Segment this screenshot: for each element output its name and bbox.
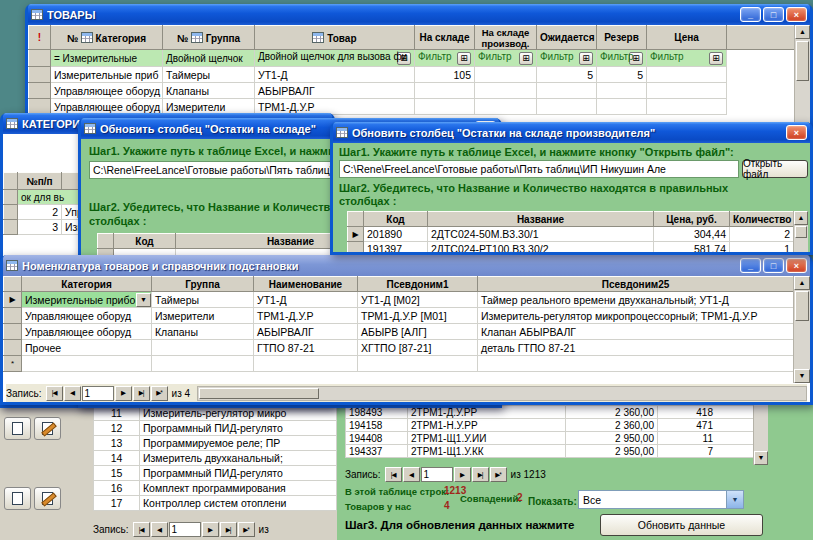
close-button[interactable]: × [786,7,807,22]
nomenclature-vertical-scrollbar[interactable]: ▲ ▼ [793,276,810,383]
group-cell[interactable]: Измерители [152,308,254,324]
alias25-cell[interactable] [478,356,794,372]
name-cell[interactable]: ГТПО 87-21 [254,340,358,356]
scroll-up-button[interactable]: ▲ [794,276,810,290]
price-cell[interactable]: 581,74 [654,242,730,253]
stock-cell[interactable] [415,99,475,115]
record-number-input[interactable]: 1 [82,386,114,401]
row-selector[interactable] [29,67,51,83]
qty-cell[interactable]: 2 [730,227,794,242]
name-cell[interactable]: АБЫРВАЛГ [254,324,358,340]
last-record-button[interactable]: ▶| [133,386,150,401]
alias1-cell[interactable]: УТ1-Д [М02] [358,292,478,308]
price-cell[interactable] [647,83,727,99]
row-selector-header[interactable] [4,277,22,292]
column-header-group[interactable]: № Группа [163,26,255,50]
last-record-button[interactable]: ▶| [220,522,237,537]
product-name-cell[interactable]: Комплект программирования [140,481,337,496]
name-cell[interactable]: УТ1-Д [254,292,358,308]
qty-cell[interactable]: 11 [658,432,754,445]
product-name-cell[interactable]: Измеритель двухканальный; [140,451,337,466]
scroll-up-button[interactable]: ▲ [794,211,808,225]
price-cell[interactable] [647,99,727,115]
new-form-button[interactable] [4,417,31,440]
reserve-cell[interactable]: 5 [597,67,647,83]
name-cell[interactable]: 2ДТС024-50М.В3.30/1 [428,227,654,242]
name-cell[interactable]: 2ТРМ1-Щ1.У.КК [408,445,566,458]
product-cell[interactable]: АБЫРВАЛГ [255,83,415,99]
name-cell[interactable]: 2ТРМ1-Щ1.У.ИИ [408,432,566,445]
row-selector-header[interactable] [98,234,114,249]
close-button[interactable]: × [786,258,807,273]
expected-cell[interactable] [537,99,597,115]
row-selector[interactable] [4,340,22,356]
edit-form-button-2[interactable] [34,487,61,510]
filter-cell-price[interactable]: ⊞Фильтр [647,50,727,67]
row-selector[interactable] [348,242,364,253]
row-number-cell[interactable]: 14 [94,451,140,466]
new-form-button-2[interactable] [4,487,31,510]
category-cell[interactable]: Управляющее оборуд [51,83,163,99]
manufacturer-list-scrollbar[interactable]: ▼ [753,405,768,465]
row-selector[interactable] [4,205,18,220]
column-header-code[interactable]: Код [114,234,176,249]
scroll-down-button[interactable]: ▼ [754,451,768,465]
num-cell[interactable]: 2 [18,205,62,220]
next-record-button[interactable]: ▶ [115,386,132,401]
row-selector[interactable] [4,190,18,205]
row-number-cell[interactable]: 13 [94,436,140,451]
stock-manuf-cell[interactable] [475,83,537,99]
record-number-input[interactable]: 1 [421,467,453,482]
filter-builder-button[interactable]: ⊞ [519,52,533,65]
update-manufacturer-titlebar[interactable]: Обновить столбец "Остатки на складе прои… [333,122,810,143]
group-cell[interactable]: Таймеры [152,292,254,308]
column-header-name[interactable]: Наименование [254,277,358,292]
update-data-button[interactable]: Обновить данные [600,514,763,536]
current-row-marker[interactable]: ▶ [348,227,364,242]
row-number-cell[interactable]: 15 [94,466,140,481]
name-cell[interactable]: ТРМ1-Д.У.Р [254,308,358,324]
show-filter-combobox[interactable]: Все ▼ [578,490,744,509]
alias1-cell[interactable]: АБЫРВ [АЛГ] [358,324,478,340]
expected-cell[interactable]: 5 [537,67,597,83]
price-cell[interactable]: 2 950,00 [566,432,658,445]
name-cell[interactable]: 2ТРМ1-Н.У.РР [408,419,566,432]
name-cell[interactable] [254,356,358,372]
alias25-cell[interactable]: Измеритель-регулятор микропроцессорный; … [478,308,794,324]
column-header-product[interactable]: Товар [255,26,415,50]
new-row-marker[interactable]: * [4,356,22,372]
maximize-button[interactable]: □ [763,7,784,22]
minimize-button[interactable]: _ [740,258,761,273]
new-record-button[interactable]: ▶* [238,522,255,537]
row-selector[interactable] [4,308,22,324]
column-header-alias1[interactable]: Псевдоним1 [358,277,478,292]
chevron-down-icon[interactable]: ▼ [726,491,743,508]
filter-cell-product[interactable]: ⊞Двойной щелчок для вызова фи [255,50,415,67]
new-record-button[interactable]: ▶* [490,467,507,482]
column-header-price[interactable]: Цена, руб. [654,212,730,227]
filter-cell-expected[interactable]: ⊞Фильтр [537,50,597,67]
column-header-stock[interactable]: На складе [415,26,475,50]
expected-cell[interactable] [537,83,597,99]
last-record-button[interactable]: ▶| [472,467,489,482]
first-record-button[interactable]: |◀ [385,467,402,482]
row-selector-header[interactable] [4,173,18,190]
group-cell[interactable]: Клапаны [152,324,254,340]
name-cell[interactable]: 2ДТС024-РТ100.В3.30/2 [428,242,654,253]
price-cell[interactable]: 304,44 [654,227,730,242]
stock-cell[interactable] [415,83,475,99]
next-record-button[interactable]: ▶ [202,522,219,537]
filter-cell-stock[interactable]: ⊞Фильтр [415,50,475,67]
column-header-alias25[interactable]: Псевдоним25 [478,277,794,292]
column-header-category[interactable]: № Категория [51,26,163,50]
prev-record-button[interactable]: ◀ [151,522,168,537]
alias1-cell[interactable]: ХГТПО [87-21] [358,340,478,356]
prev-record-button[interactable]: ◀ [403,467,420,482]
prev-record-button[interactable]: ◀ [64,386,81,401]
row-selector[interactable] [4,324,22,340]
price-cell[interactable]: 2 950,00 [566,445,658,458]
chevron-down-icon[interactable]: ▼ [136,293,151,307]
category-cell[interactable]: Управляющее оборуд [22,324,152,340]
num-cell[interactable]: 3 [18,220,62,235]
record-number-input[interactable]: 1 [169,522,201,537]
